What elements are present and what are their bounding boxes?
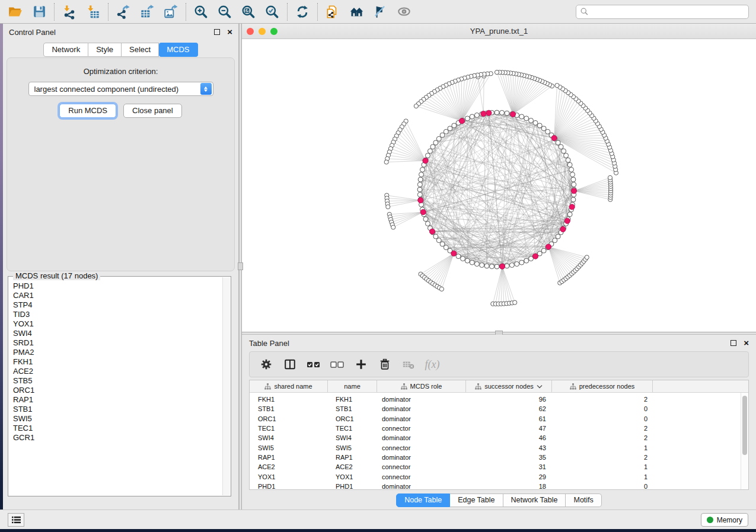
mcds-node[interactable]: GCR1 (13, 433, 222, 443)
mcds-result-list[interactable]: PHD1CAR1STP4TID3YOX1SWI4SRD1PMA2FKH1ACE2… (9, 277, 222, 495)
tab-node-table[interactable]: Node Table (396, 493, 450, 507)
table-row[interactable]: SWI4SWI4dominator462 (250, 433, 741, 443)
table-row[interactable]: STB1STB1dominator620 (250, 404, 741, 414)
open-folder-icon[interactable] (4, 2, 27, 21)
settings-gear-icon[interactable] (256, 354, 277, 374)
zoom-in-icon[interactable] (189, 2, 213, 21)
table-row[interactable]: TEC1TEC1connector472 (250, 424, 741, 433)
export-image-icon[interactable] (159, 2, 183, 21)
table-row[interactable]: ACE2ACE2connector311 (250, 462, 741, 472)
table-row[interactable]: ORC1ORC1dominator610 (250, 414, 741, 424)
mcds-node[interactable]: TEC1 (13, 424, 222, 433)
eye-icon[interactable] (392, 2, 416, 21)
flag-icon[interactable] (368, 2, 392, 21)
delete-table-icon[interactable] (398, 354, 419, 374)
mcds-node[interactable]: PMA2 (13, 348, 222, 357)
table-row[interactable]: YOX1YOX1connector291 (250, 472, 741, 481)
task-history-button[interactable] (8, 513, 24, 527)
mcds-result-scrollbar[interactable] (222, 277, 230, 495)
mcds-node[interactable]: ORC1 (13, 386, 222, 395)
tab-motifs[interactable]: Motifs (566, 493, 601, 507)
mcds-hub-node[interactable] (569, 204, 575, 210)
tab-edge-table[interactable]: Edge Table (450, 493, 503, 507)
search-box[interactable] (576, 5, 749, 19)
mcds-hub-node[interactable] (564, 218, 570, 223)
mcds-hub-node[interactable] (510, 111, 515, 117)
column-header-successor-nodes[interactable]: successor nodes (466, 380, 552, 392)
memory-button[interactable]: Memory (701, 513, 748, 527)
mcds-hub-node[interactable] (560, 226, 566, 232)
column-header-shared-name[interactable]: shared name (250, 380, 328, 392)
show-columns-icon[interactable] (279, 354, 301, 374)
export-table-icon[interactable] (135, 2, 159, 21)
mcds-node[interactable]: CAR1 (13, 291, 222, 300)
mcds-hub-node[interactable] (571, 188, 576, 194)
splitter-grip[interactable] (238, 262, 243, 270)
criterion-select[interactable]: largest connected component (undirected) (28, 82, 213, 96)
mcds-hub-node[interactable] (429, 229, 435, 234)
unselect-all-icon[interactable] (327, 354, 348, 374)
mcds-node[interactable]: TID3 (13, 310, 222, 319)
scrollbar-thumb[interactable] (742, 396, 747, 455)
zoom-selected-icon[interactable] (260, 2, 284, 21)
refresh-icon[interactable] (291, 2, 314, 21)
mcds-hub-node[interactable] (418, 197, 423, 203)
save-icon[interactable] (27, 2, 51, 21)
close-panel-icon[interactable]: × (744, 340, 749, 346)
table-row[interactable]: FKH1FKH1dominator962 (250, 395, 741, 404)
mcds-node[interactable]: STB5 (13, 376, 222, 386)
mcds-hub-node[interactable] (546, 244, 551, 249)
mcds-node[interactable]: YOX1 (13, 319, 222, 329)
mcds-node[interactable]: ACE2 (13, 367, 222, 376)
column-header-mcds-role[interactable]: MCDS role (377, 380, 466, 392)
zoom-out-icon[interactable] (213, 2, 237, 21)
mcds-hub-node[interactable] (420, 209, 426, 214)
column-header-predecessor-nodes[interactable]: predecessor nodes (552, 380, 653, 392)
mcds-node[interactable]: STP4 (13, 300, 222, 310)
mcds-node[interactable]: RAP1 (13, 395, 222, 405)
mcds-hub-node[interactable] (481, 111, 486, 116)
network-graph[interactable] (242, 39, 756, 332)
tab-style[interactable]: Style (88, 43, 122, 57)
float-panel-icon[interactable] (214, 29, 220, 35)
mcds-node[interactable]: SWI4 (13, 329, 222, 338)
import-network-icon[interactable] (58, 2, 81, 21)
mcds-node[interactable]: SRD1 (13, 338, 222, 348)
float-panel-icon[interactable] (731, 340, 736, 346)
tab-network-table[interactable]: Network Table (503, 493, 566, 507)
table-row[interactable]: PHD1PHD1dominator180 (250, 482, 741, 489)
tab-select[interactable]: Select (122, 43, 159, 57)
table-row[interactable]: RAP1RAP1dominator352 (250, 453, 741, 462)
mcds-hub-node[interactable] (486, 110, 492, 116)
mcds-hub-node[interactable] (532, 254, 538, 259)
search-input[interactable] (591, 7, 745, 17)
mcds-node[interactable]: FKH1 (13, 357, 222, 367)
network-canvas[interactable] (242, 39, 756, 332)
column-header-name[interactable]: name (328, 380, 377, 392)
tab-network[interactable]: Network (43, 43, 88, 57)
tab-mcds[interactable]: MCDS (159, 43, 197, 57)
mcds-hub-node[interactable] (499, 264, 505, 269)
export-network-icon[interactable] (111, 2, 135, 21)
import-table-icon[interactable] (81, 2, 105, 21)
table-scrollbar[interactable] (741, 393, 748, 489)
home-networks-icon[interactable] (344, 2, 368, 21)
clone-network-icon[interactable] (321, 2, 344, 21)
table-cell: connector (377, 473, 466, 480)
mcds-node[interactable]: PHD1 (13, 281, 222, 291)
mcds-hub-node[interactable] (423, 158, 428, 164)
mcds-hub-node[interactable] (459, 118, 464, 124)
close-panel-icon[interactable]: × (227, 29, 232, 35)
zoom-fit-icon[interactable] (237, 2, 260, 21)
table-row[interactable]: SWI5SWI5connector431 (250, 443, 741, 452)
select-all-icon[interactable] (303, 354, 324, 374)
mcds-node[interactable]: SWI5 (13, 414, 222, 424)
function-builder-icon[interactable]: f(x) (422, 354, 443, 374)
add-row-icon[interactable] (350, 354, 372, 374)
delete-row-icon[interactable] (374, 354, 395, 374)
mcds-node[interactable]: STB1 (13, 405, 222, 414)
mcds-hub-node[interactable] (551, 135, 557, 140)
mcds-hub-node[interactable] (451, 251, 457, 256)
run-mcds-button[interactable]: Run MCDS (59, 104, 116, 118)
close-panel-button[interactable]: Close panel (123, 104, 182, 118)
